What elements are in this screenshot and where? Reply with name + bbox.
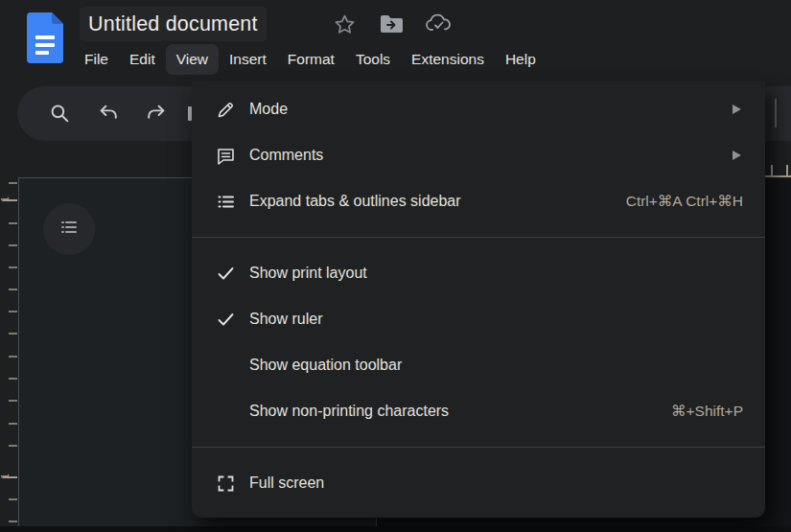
- menu-item-label: Show print layout: [249, 265, 765, 282]
- menu-format[interactable]: Format: [277, 44, 345, 75]
- menu-insert[interactable]: Insert: [219, 44, 277, 75]
- menu-item-show-equation-toolbar[interactable]: Show equation toolbar: [192, 342, 765, 388]
- submenu-arrow-icon: [733, 104, 741, 114]
- undo-icon[interactable]: [97, 102, 121, 129]
- list-toc-icon: [214, 192, 237, 212]
- ruler-tick: [786, 165, 788, 175]
- ruler-tick: [9, 222, 17, 224]
- menu-item-label: Show non-printing characters: [249, 403, 671, 420]
- ruler-major-tick: [3, 199, 17, 201]
- menu-tools[interactable]: Tools: [345, 44, 401, 75]
- ruler-tick: [9, 520, 17, 522]
- menu-item-comments[interactable]: Comments: [192, 132, 765, 178]
- toolbar-divider: [775, 99, 777, 127]
- cloud-saved-icon[interactable]: [425, 12, 453, 39]
- menu-item-mode[interactable]: Mode: [192, 86, 765, 132]
- menu-item-expand-tabs-outlines[interactable]: Expand tabs & outlines sidebar Ctrl+⌘A C…: [192, 178, 765, 224]
- ruler-tick: [9, 266, 17, 268]
- ruler-tick: [9, 498, 17, 500]
- menu-item-label: Mode: [249, 101, 733, 118]
- menu-item-label: Show equation toolbar: [249, 357, 765, 374]
- menu-item-label: Comments: [249, 147, 733, 164]
- search-icon[interactable]: [48, 102, 72, 129]
- ruler-tick: [9, 445, 17, 447]
- menu-extensions[interactable]: Extensions: [401, 44, 495, 75]
- fullscreen-icon: [214, 474, 237, 494]
- menu-item-full-screen[interactable]: Full screen: [192, 460, 765, 506]
- ruler-major-tick: [3, 476, 17, 478]
- ruler-tick: [9, 400, 17, 402]
- window-bottom-shade: [0, 526, 791, 532]
- star-icon[interactable]: [333, 12, 357, 40]
- menu-file[interactable]: File: [74, 44, 119, 75]
- move-to-folder-icon[interactable]: [379, 13, 405, 40]
- menu-item-shortcut: Ctrl+⌘A Ctrl+⌘H: [626, 193, 743, 210]
- ruler-tick: [9, 423, 17, 425]
- menu-item-show-non-printing-characters[interactable]: Show non-printing characters ⌘+Shift+P: [192, 388, 765, 434]
- checkmark-icon: [214, 310, 237, 330]
- ruler-tick: [9, 182, 17, 184]
- pencil-icon: [214, 100, 237, 120]
- redo-icon[interactable]: [144, 102, 168, 129]
- menu-help[interactable]: Help: [495, 44, 547, 75]
- google-docs-logo-icon[interactable]: [27, 12, 63, 63]
- menu-item-label: Expand tabs & outlines sidebar: [249, 193, 626, 210]
- menu-item-label: Show ruler: [249, 311, 765, 328]
- menu-item-show-print-layout[interactable]: Show print layout: [192, 250, 765, 296]
- menu-bar: File Edit View Insert Format Tools Exten…: [74, 43, 547, 75]
- ruler-tick: [9, 244, 17, 246]
- menu-item-label: Full screen: [249, 474, 765, 492]
- ruler-tick: [9, 311, 17, 312]
- comments-icon: [214, 146, 237, 166]
- menu-item-shortcut: ⌘+Shift+P: [671, 403, 743, 420]
- document-outline-button[interactable]: [43, 203, 95, 255]
- horizontal-ruler: [765, 175, 791, 177]
- outline-list-icon: [58, 217, 80, 242]
- view-menu-dropdown: Mode Comments Expand tabs & outlines sid…: [192, 81, 765, 518]
- checkmark-icon: [214, 264, 237, 284]
- document-title[interactable]: Untitled document: [80, 7, 267, 41]
- menu-divider: [192, 237, 765, 238]
- ruler-tick: [771, 165, 773, 175]
- submenu-arrow-icon: [733, 150, 741, 160]
- menu-view[interactable]: View: [166, 44, 219, 75]
- ruler-tick: [9, 378, 17, 380]
- ruler-tick: [9, 333, 17, 335]
- ruler-tick: [9, 356, 17, 358]
- menu-item-show-ruler[interactable]: Show ruler: [192, 296, 765, 342]
- menu-edit[interactable]: Edit: [119, 44, 166, 75]
- ruler-tick: [9, 289, 17, 290]
- menu-divider: [192, 447, 765, 448]
